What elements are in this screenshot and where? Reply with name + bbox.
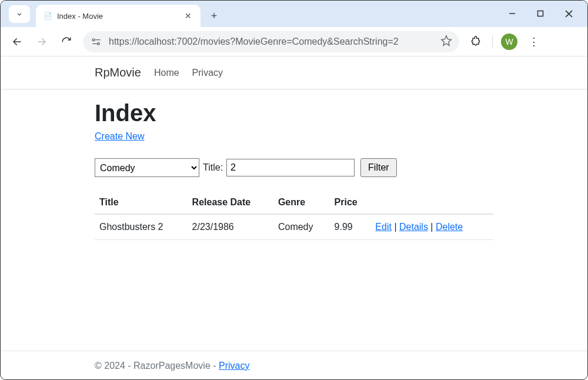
action-sep: | [428, 222, 436, 232]
puzzle-icon [470, 36, 482, 48]
cell-title: Ghostbusters 2 [95, 214, 188, 240]
col-actions [370, 191, 493, 214]
url-field[interactable]: https://localhost:7002/movies?MovieGenre… [83, 31, 459, 52]
svg-point-6 [98, 42, 100, 45]
action-sep: | [392, 222, 399, 232]
star-icon [440, 35, 452, 46]
edit-link[interactable]: Edit [375, 222, 392, 232]
tabs-dropdown-button[interactable] [9, 5, 30, 23]
reload-icon [61, 36, 72, 47]
col-price: Price [330, 191, 371, 214]
cell-actions: Edit | Details | Delete [370, 214, 493, 240]
url-text: https://localhost:7002/movies?MovieGenre… [109, 36, 435, 47]
title-input[interactable] [226, 159, 355, 176]
extensions-button[interactable] [467, 36, 484, 48]
col-genre: Genre [273, 191, 330, 214]
address-bar: https://localhost:7002/movies?MovieGenre… [1, 27, 587, 56]
cell-genre: Comedy [273, 214, 330, 240]
back-button[interactable] [9, 34, 25, 50]
minimize-button[interactable] [498, 5, 526, 22]
table-header-row: Title Release Date Genre Price [95, 191, 493, 214]
window-controls [498, 5, 583, 27]
genre-select[interactable]: Comedy [95, 158, 199, 177]
footer-text: © 2024 - RazorPagesMovie - [95, 361, 219, 371]
tab-title: Index - Movie [57, 12, 178, 21]
toolbar-divider [492, 35, 493, 48]
nav-link-privacy[interactable]: Privacy [192, 68, 223, 78]
close-window-button[interactable] [554, 5, 583, 22]
browser-menu-button[interactable]: ⋮ [526, 35, 542, 48]
site-info-button[interactable] [90, 36, 103, 48]
cell-price: 9.99 [330, 214, 371, 240]
browser-tab-strip: 📄 Index - Movie ✕ + [1, 1, 587, 27]
table-row: Ghostbusters 2 2/23/1986 Comedy 9.99 Edi… [95, 214, 493, 240]
page-favicon-icon: 📄 [43, 11, 52, 21]
svg-rect-1 [538, 11, 543, 16]
site-navbar: RpMovie Home Privacy [1, 56, 587, 89]
filter-form: Comedy Title: Filter [95, 158, 493, 177]
forward-button[interactable] [34, 34, 50, 50]
details-link[interactable]: Details [399, 222, 428, 232]
maximize-button[interactable] [526, 5, 554, 22]
site-footer: © 2024 - RazorPagesMovie - Privacy [1, 351, 587, 380]
nav-link-home[interactable]: Home [154, 68, 179, 78]
brand-link[interactable]: RpMovie [95, 66, 141, 79]
chevron-down-icon [15, 10, 24, 18]
arrow-left-icon [12, 36, 22, 47]
reload-button[interactable] [58, 34, 75, 50]
col-release-date: Release Date [188, 191, 273, 214]
arrow-right-icon [36, 36, 47, 47]
create-new-link[interactable]: Create New [95, 131, 144, 141]
page-viewport: RpMovie Home Privacy Index Create New Co… [1, 56, 587, 380]
footer-privacy-link[interactable]: Privacy [219, 361, 249, 371]
profile-avatar[interactable]: W [501, 34, 517, 50]
close-icon [565, 10, 573, 18]
close-tab-button[interactable]: ✕ [183, 11, 193, 21]
cell-release-date: 2/23/1986 [188, 214, 273, 240]
filter-button[interactable]: Filter [360, 158, 397, 177]
new-tab-button[interactable]: + [205, 7, 223, 25]
movies-table: Title Release Date Genre Price Ghostbust… [95, 191, 493, 240]
bookmark-button[interactable] [440, 35, 452, 49]
svg-point-4 [92, 38, 95, 41]
minimize-icon [509, 10, 516, 17]
avatar-letter: W [505, 37, 513, 46]
tune-icon [91, 37, 102, 46]
maximize-icon [537, 10, 544, 17]
main-content: Index Create New Comedy Title: Filter Ti… [1, 89, 587, 351]
browser-tab[interactable]: 📄 Index - Movie ✕ [36, 5, 201, 27]
delete-link[interactable]: Delete [436, 222, 463, 232]
col-title: Title [95, 191, 188, 214]
page-title: Index [95, 100, 493, 126]
title-label: Title: [203, 162, 223, 173]
